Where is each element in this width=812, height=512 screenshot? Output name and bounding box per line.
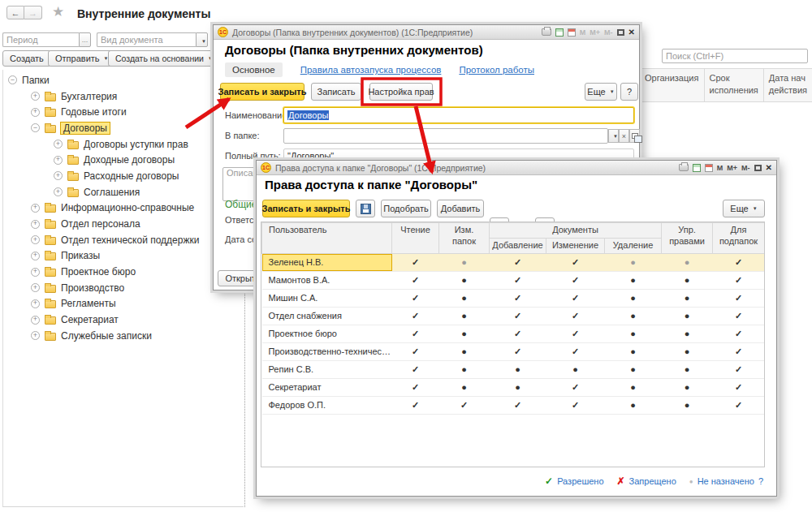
right-mark[interactable]: ●	[662, 396, 713, 414]
table-row[interactable]: Федоров О.П. ✓ ✓ ✓ ✓ ● ● ✓	[262, 396, 765, 414]
help-button[interactable]: ?	[620, 83, 638, 101]
tree-item-dogovory[interactable]: Договоры	[3, 120, 244, 136]
right-mark[interactable]: ●	[605, 271, 662, 289]
right-mark[interactable]: ●	[662, 253, 713, 271]
collapse-icon[interactable]	[8, 75, 17, 84]
right-mark[interactable]: ✓	[546, 378, 605, 396]
table-row[interactable]: Отдел снабжения ✓ ● ✓ ✓ ● ● ✓	[262, 307, 765, 325]
tree-item-dogovory-ustupki-prav[interactable]: Договоры уступки прав	[3, 136, 244, 153]
calendar-icon[interactable]	[705, 164, 713, 172]
tree-item-prikazy[interactable]: Приказы	[3, 248, 244, 265]
right-mark[interactable]: ●	[662, 289, 713, 307]
calendar-icon[interactable]	[568, 28, 576, 37]
col-delete[interactable]: Удаление	[605, 238, 662, 253]
expand-icon[interactable]	[31, 316, 40, 325]
right-mark[interactable]: ✓	[392, 360, 439, 378]
right-mark[interactable]: ●	[439, 325, 490, 342]
memory-m-minus-button[interactable]: M-	[741, 164, 750, 172]
table-row[interactable]: Проектное бюро ✓ ● ✓ ✓ ● ● ✓	[262, 325, 765, 342]
right-mark[interactable]: ✓	[713, 289, 765, 307]
right-mark[interactable]: ✓	[490, 396, 546, 414]
user-name-cell[interactable]: Отдел снабжения	[262, 307, 392, 325]
doc-type-dropdown-button[interactable]	[196, 32, 208, 47]
memory-m-button[interactable]: M	[580, 28, 586, 37]
right-mark[interactable]: ●	[662, 342, 713, 360]
right-mark[interactable]: ✓	[392, 307, 439, 325]
expand-icon[interactable]	[31, 92, 40, 101]
tree-item-proektnoe-byuro[interactable]: Проектное бюро	[3, 264, 244, 280]
expand-icon[interactable]	[31, 268, 40, 277]
expand-icon[interactable]	[31, 299, 40, 308]
doc-type-input[interactable]	[97, 32, 196, 47]
period-input[interactable]	[2, 32, 79, 47]
right-mark[interactable]: ●	[605, 325, 662, 342]
expand-icon[interactable]	[31, 220, 40, 229]
right-mark[interactable]: ●	[605, 289, 662, 307]
column-start-date[interactable]: Дата нач действия	[764, 69, 812, 101]
tree-item-informacionno-spravochnye[interactable]: Информационно-справочные	[3, 200, 244, 217]
memory-m-plus-button[interactable]: M+	[590, 28, 600, 37]
save-icon-button[interactable]	[356, 200, 375, 217]
favorite-star-icon[interactable]: ★	[52, 3, 64, 20]
tab-autostart-rules[interactable]: Правила автозапуска процессов	[300, 65, 442, 75]
close-icon[interactable]	[628, 28, 635, 37]
expand-icon[interactable]	[31, 204, 40, 213]
col-edit-folders[interactable]: Изм. папок	[439, 223, 490, 254]
col-documents-group[interactable]: Документы	[490, 223, 662, 239]
right-mark[interactable]: ✓	[713, 378, 765, 396]
col-add[interactable]: Добавление	[490, 238, 546, 253]
right-mark[interactable]: ✓	[392, 325, 439, 342]
legend-not-assigned-label[interactable]: Не назначено	[698, 476, 754, 486]
column-due-date[interactable]: Срок исполнения	[705, 69, 764, 101]
parent-folder-input[interactable]	[283, 128, 608, 144]
memory-m-minus-button[interactable]: M-	[604, 28, 613, 37]
right-mark[interactable]: ●	[439, 253, 490, 271]
right-mark[interactable]: ✓	[713, 307, 765, 325]
back-button[interactable]: ←	[6, 6, 24, 19]
right-mark[interactable]: ●	[605, 253, 662, 271]
tree-item-reglamenty[interactable]: Регламенты	[3, 296, 244, 312]
tree-item-soglasheniya[interactable]: Соглашения	[3, 184, 244, 200]
user-name-cell[interactable]: Мамонтов В.А.	[262, 271, 392, 289]
right-mark[interactable]: ✓	[546, 253, 605, 271]
column-organization[interactable]: Организация	[640, 69, 705, 101]
table-row[interactable]: Репин С.В. ✓ ● ● ● ● ● ✓	[262, 360, 765, 378]
user-name-cell[interactable]: Репин С.В.	[262, 360, 392, 378]
right-mark[interactable]: ✓	[490, 307, 546, 325]
right-mark[interactable]: ●	[439, 360, 490, 378]
right-mark[interactable]: ●	[605, 396, 662, 414]
save-and-close-button[interactable]: Записать и закрыть	[262, 200, 350, 217]
user-name-cell[interactable]: Производственно-технический от...	[262, 342, 392, 360]
col-user[interactable]: Пользователь	[262, 223, 392, 254]
right-mark[interactable]: ✓	[392, 342, 439, 360]
tree-item-sekretariat[interactable]: Секретариат	[3, 312, 244, 328]
save-and-close-button[interactable]: Записать и закрыть	[220, 83, 304, 101]
tab-work-protocol[interactable]: Протокол работы	[459, 65, 534, 75]
right-mark[interactable]: ●	[605, 342, 662, 360]
right-mark[interactable]: ●	[439, 342, 490, 360]
col-read[interactable]: Чтение	[392, 223, 439, 254]
tree-item-papki[interactable]: Папки	[3, 72, 244, 88]
table-row[interactable]: Производственно-технический от... ✓ ● ✓ …	[262, 342, 765, 360]
maximize-icon[interactable]	[754, 165, 762, 171]
legend-allowed-label[interactable]: Разрешено	[557, 476, 603, 486]
create-button[interactable]: Создать	[2, 50, 51, 67]
expand-icon[interactable]	[54, 171, 63, 180]
print-icon[interactable]	[679, 164, 689, 171]
tab-main[interactable]: Основное	[225, 62, 283, 77]
right-mark[interactable]: ●	[605, 378, 662, 396]
right-mark[interactable]: ●	[662, 360, 713, 378]
right-mark[interactable]: ●	[490, 360, 546, 378]
close-icon[interactable]	[766, 163, 772, 172]
user-name-cell[interactable]: Зеленец Н.В.	[262, 253, 392, 271]
right-mark[interactable]: ●	[662, 271, 713, 289]
right-mark[interactable]: ●	[439, 307, 490, 325]
create-based-on-button[interactable]: Создать на основании	[108, 50, 220, 67]
right-mark[interactable]: ✓	[490, 342, 546, 360]
tree-item-dokhodnye-dogovory[interactable]: Доходные договоры	[3, 152, 244, 168]
right-mark[interactable]: ●	[662, 325, 713, 342]
tree-item-sluzhebnye-zapiski[interactable]: Служебные записки	[3, 328, 244, 344]
pick-button[interactable]: Подобрать	[381, 200, 431, 217]
right-mark[interactable]: ●	[662, 307, 713, 325]
user-name-cell[interactable]: Проектное бюро	[262, 325, 392, 342]
